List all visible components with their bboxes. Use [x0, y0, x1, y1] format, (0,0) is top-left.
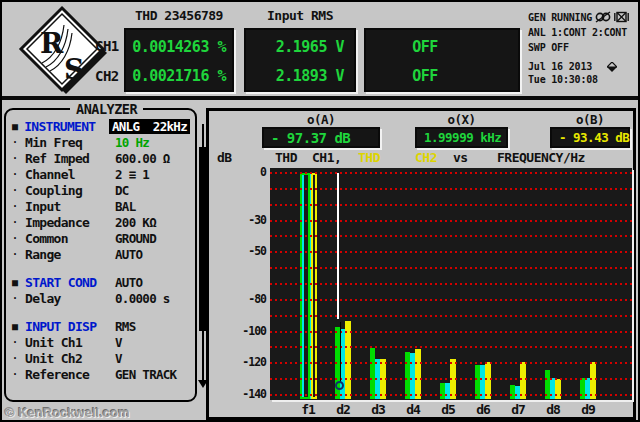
aux-display: OFF OFF — [364, 28, 520, 92]
gridline--50dB — [270, 251, 632, 253]
setting-value[interactable]: GEN TRACK — [115, 367, 190, 382]
setting-label: Unit Ch1 — [25, 335, 115, 350]
settings-row-reference[interactable]: ·ReferenceGEN TRACK — [6, 366, 195, 382]
cursor-a-label: o(A) — [262, 112, 380, 127]
item-bullet-icon: · — [12, 369, 25, 380]
plot-area — [270, 168, 632, 400]
diamond-indicator-icon[interactable] — [607, 62, 617, 72]
gen-status: GEN RUNNING — [528, 12, 592, 23]
settings-row-range[interactable]: ·RangeAUTO — [6, 246, 195, 262]
setting-value[interactable]: AUTO — [115, 247, 190, 262]
setting-value[interactable]: 200 KΩ — [115, 215, 190, 230]
setting-label: Coupling — [25, 183, 115, 198]
setting-label: Impedance — [25, 215, 115, 230]
gridline--130dB — [270, 378, 632, 380]
setting-value[interactable]: V — [115, 351, 190, 366]
setting-value[interactable]: ANLG 22kHz — [109, 119, 190, 134]
channel-2-label: CH2 — [95, 68, 119, 84]
setting-label: Ref Imped — [25, 151, 115, 166]
settings-row-input-disp[interactable]: ■INPUT DISPRMS — [6, 318, 195, 334]
setting-label: Delay — [25, 291, 115, 306]
item-bullet-icon: · — [12, 217, 25, 228]
x-tick-label-d6: d6 — [466, 402, 500, 417]
setting-value[interactable]: BAL — [115, 199, 190, 214]
x-tick-label-d7: d7 — [501, 402, 535, 417]
settings-row-start-cond[interactable]: ■START CONDAUTO — [6, 274, 195, 290]
setting-value[interactable]: RMS — [115, 319, 190, 334]
setting-value[interactable]: 2 ≡ 1 — [115, 167, 190, 182]
item-bullet-icon: · — [12, 153, 25, 164]
gridline--120dB — [270, 362, 632, 364]
item-bullet-icon: · — [12, 353, 25, 364]
setting-label: Unit Ch2 — [25, 351, 115, 366]
x-tick-label-f1: f1 — [291, 402, 325, 417]
harmonic-bar-d2 — [345, 321, 351, 399]
settings-row-unit-ch2[interactable]: ·Unit Ch2V — [6, 350, 195, 366]
setting-value[interactable]: 0.0000 s — [115, 291, 190, 306]
section-bullet-icon: ■ — [12, 277, 25, 288]
setting-value[interactable]: V — [115, 335, 190, 350]
x-tick-label-d4: d4 — [396, 402, 430, 417]
analyzer-panel-title: ANALYZER — [70, 101, 143, 117]
section-bullet-icon: ■ — [12, 121, 24, 132]
gridline--100dB — [270, 331, 632, 333]
setting-label: Range — [25, 247, 115, 262]
chart-title-vs: vs — [453, 150, 468, 165]
setting-value[interactable]: 600.00 Ω — [115, 151, 190, 166]
cursor-circle-marker — [335, 381, 344, 390]
settings-row-common[interactable]: ·CommonGROUND — [6, 230, 195, 246]
gridline-0dB — [270, 172, 632, 174]
circles-crossed-icon — [595, 11, 611, 23]
gridline--30dB — [270, 220, 632, 222]
settings-row-instrument[interactable]: ■INSTRUMENTANLG 22kHz — [6, 118, 195, 134]
setting-label: START COND — [25, 275, 115, 290]
thd-ch1-value: 0.0014263 % — [126, 32, 232, 61]
harmonic-bar-d8 — [555, 379, 561, 399]
rms-ch2-value: 2.1893 V — [246, 61, 350, 90]
cursor-line — [337, 173, 339, 319]
settings-row-channel[interactable]: ·Channel2 ≡ 1 — [6, 166, 195, 182]
settings-row-delay[interactable]: ·Delay0.0000 s — [6, 290, 195, 306]
aux-ch2-value: OFF — [366, 61, 518, 90]
x-tick-label-d3: d3 — [361, 402, 395, 417]
setting-value[interactable]: 10 Hz — [115, 135, 190, 150]
cursor-x-label: o(X) — [415, 112, 508, 127]
y-tick-label--50: -50 — [216, 244, 266, 258]
anl-status: ANL 1:CONT 2:CONT — [528, 27, 627, 38]
harmonic-bar-d4 — [415, 349, 421, 399]
settings-row-coupling[interactable]: ·CouplingDC — [6, 182, 195, 198]
channel-1-label: CH1 — [95, 38, 119, 54]
settings-row-min-freq[interactable]: ·Min Freq10 Hz — [6, 134, 195, 150]
x-tick-label-d2: d2 — [326, 402, 360, 417]
settings-row-ref-imped[interactable]: ·Ref Imped600.00 Ω — [6, 150, 195, 166]
settings-row-unit-ch1[interactable]: ·Unit Ch1V — [6, 334, 195, 350]
setting-label: Min Freq — [25, 135, 115, 150]
item-bullet-icon: · — [12, 249, 25, 260]
settings-row-impedance[interactable]: ·Impedance200 KΩ — [6, 214, 195, 230]
x-tick-label-d9: d9 — [571, 402, 605, 417]
item-bullet-icon: · — [12, 137, 25, 148]
watermark: © KenRockwell.com — [5, 405, 129, 420]
fundamental-bar-(green) — [300, 173, 310, 399]
top-display-bar: R S CH1 CH2 THD 23456789 0.0014263 % 0.0… — [2, 2, 638, 100]
settings-row-input[interactable]: ·InputBAL — [6, 198, 195, 214]
y-tick-label--30: -30 — [216, 213, 266, 227]
chart-title-ch2: CH2 — [415, 150, 437, 165]
setting-value[interactable]: GROUND — [115, 231, 190, 246]
thd-header: THD 23456789 — [124, 8, 234, 23]
x-tick-label-d8: d8 — [536, 402, 570, 417]
cursor-drop-line — [340, 322, 341, 381]
x-tick-label-d5: d5 — [431, 402, 465, 417]
analyzer-settings-list: ■INSTRUMENTANLG 22kHz·Min Freq10 Hz·Ref … — [6, 118, 195, 382]
setting-value[interactable]: DC — [115, 183, 190, 198]
aux-ch1-value: OFF — [366, 32, 518, 61]
setting-label: Input — [25, 199, 115, 214]
chart-title-thd1: THD — [275, 150, 297, 165]
swp-status: SWP OFF — [528, 42, 569, 53]
settings-spacer — [6, 306, 195, 318]
date-text: Jul 16 2013 — [528, 61, 592, 72]
thd-ch2-value: 0.0021716 % — [126, 61, 232, 90]
setting-value[interactable]: AUTO — [115, 275, 190, 290]
item-bullet-icon: · — [12, 169, 25, 180]
item-bullet-icon: · — [12, 293, 25, 304]
